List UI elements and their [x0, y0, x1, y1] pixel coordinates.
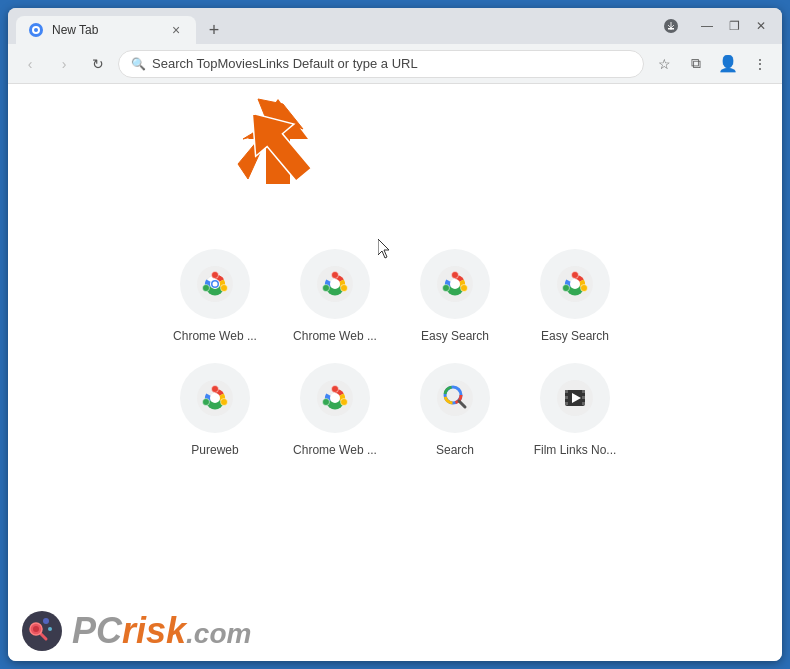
maximize-button[interactable]: ❐ [729, 19, 740, 33]
shortcut-item-search[interactable]: Search [400, 363, 510, 457]
svg-point-64 [43, 618, 49, 624]
tab-title: New Tab [52, 23, 160, 37]
shortcut-icon-wrap-6 [300, 363, 370, 433]
shortcut-label-5: Pureweb [191, 443, 238, 457]
search-icon: 🔍 [131, 57, 146, 71]
svg-point-31 [581, 284, 588, 291]
bookmark-icon: ☆ [658, 56, 671, 72]
svg-point-24 [450, 279, 460, 289]
new-tab-button[interactable]: + [200, 16, 228, 44]
svg-point-61 [33, 626, 39, 632]
shortcut-label-6: Chrome Web ... [293, 443, 377, 457]
shortcut-label-8: Film Links No... [534, 443, 617, 457]
profile-icon: 👤 [718, 54, 738, 73]
svg-point-36 [221, 398, 228, 405]
shortcut-label-2: Chrome Web ... [293, 329, 377, 343]
back-button[interactable]: ‹ [16, 50, 44, 78]
chrome-icon-1 [197, 266, 233, 302]
watermark: PC risk .com [20, 609, 251, 653]
svg-marker-9 [238, 99, 318, 189]
shortcut-icon-wrap-2 [300, 249, 370, 319]
refresh-button[interactable]: ↻ [84, 50, 112, 78]
svg-point-20 [332, 271, 339, 278]
svg-rect-56 [582, 396, 585, 399]
pointer-arrow-svg [238, 99, 318, 189]
shortcut-item-chrome-web-2[interactable]: Chrome Web ... [280, 249, 390, 343]
svg-point-19 [330, 279, 340, 289]
tab-close-button[interactable]: × [168, 22, 184, 38]
active-tab[interactable]: New Tab × [16, 16, 196, 44]
shortcut-item-chrome-web-1[interactable]: Chrome Web ... [160, 249, 270, 343]
svg-point-35 [212, 385, 219, 392]
svg-point-14 [213, 281, 218, 286]
svg-point-29 [570, 279, 580, 289]
address-bar[interactable]: 🔍 Search TopMoviesLinks Default or type … [118, 50, 644, 78]
svg-rect-53 [565, 396, 568, 399]
svg-point-21 [341, 284, 348, 291]
back-icon: ‹ [28, 56, 33, 72]
chrome-icon-2 [317, 266, 353, 302]
svg-point-27 [443, 284, 450, 291]
forward-button[interactable]: › [50, 50, 78, 78]
address-text: Search TopMoviesLinks Default or type a … [152, 56, 631, 71]
shortcut-item-pureweb[interactable]: Pureweb [160, 363, 270, 457]
close-window-button[interactable]: ✕ [756, 19, 766, 33]
shortcut-icon-wrap-5 [180, 363, 250, 433]
shortcut-item-easy-search-2[interactable]: Easy Search [520, 249, 630, 343]
chrome-icon-6 [317, 380, 353, 416]
svg-rect-55 [582, 390, 585, 393]
pointer-arrow [238, 99, 318, 193]
tab-favicon-icon [28, 22, 44, 38]
chrome-icon-5 [197, 380, 233, 416]
minimize-button[interactable]: — [701, 19, 713, 33]
chrome-icon-3 [437, 266, 473, 302]
svg-point-32 [563, 284, 570, 291]
shortcut-item-film-links[interactable]: Film Links No... [520, 363, 630, 457]
forward-icon: › [62, 56, 67, 72]
pcrisk-logo-icon [20, 609, 64, 653]
bookmark-button[interactable]: ☆ [650, 50, 678, 78]
extensions-button[interactable]: ⧉ [682, 50, 710, 78]
shortcut-label-3: Easy Search [421, 329, 489, 343]
watermark-pc: PC [72, 610, 122, 652]
chrome-icon-4 [557, 266, 593, 302]
shortcut-icon-wrap-8 [540, 363, 610, 433]
shortcut-icon-wrap-7 [420, 363, 490, 433]
profile-button[interactable]: 👤 [714, 50, 742, 78]
film-icon [557, 380, 593, 416]
shortcut-item-chrome-web-3[interactable]: Chrome Web ... [280, 363, 390, 457]
shortcut-icon-wrap-1 [180, 249, 250, 319]
svg-point-22 [323, 284, 330, 291]
search-icon-large [437, 380, 473, 416]
refresh-icon: ↻ [92, 56, 104, 72]
menu-dots-icon: ⋮ [753, 56, 767, 72]
svg-point-34 [210, 393, 220, 403]
watermark-risk: risk [122, 610, 186, 652]
svg-rect-54 [565, 402, 568, 405]
menu-button[interactable]: ⋮ [746, 50, 774, 78]
shortcut-icon-wrap-4 [540, 249, 610, 319]
shortcut-label-4: Easy Search [541, 329, 609, 343]
svg-point-2 [34, 28, 38, 32]
svg-rect-5 [668, 28, 674, 30]
browser-window: New Tab × + — ❐ ✕ ‹ › ↻ [8, 8, 782, 661]
svg-point-17 [203, 284, 210, 291]
svg-rect-52 [565, 390, 568, 393]
new-tab-content: Chrome Web ... [8, 84, 782, 661]
svg-point-39 [330, 393, 340, 403]
svg-point-43 [437, 380, 473, 416]
watermark-text: PC risk .com [72, 610, 251, 652]
shortcuts-grid: Chrome Web ... [160, 249, 630, 457]
tab-bar: New Tab × + — ❐ ✕ [8, 8, 782, 44]
svg-point-30 [572, 271, 579, 278]
download-indicator-icon [663, 18, 679, 34]
svg-point-41 [341, 398, 348, 405]
page-content: Chrome Web ... [8, 84, 782, 661]
shortcut-item-easy-search-1[interactable]: Easy Search [400, 249, 510, 343]
download-status-icon[interactable] [657, 12, 685, 40]
toolbar-actions: ☆ ⧉ 👤 ⋮ [650, 50, 774, 78]
watermark-com: .com [186, 618, 251, 650]
svg-point-65 [48, 627, 52, 631]
svg-point-26 [461, 284, 468, 291]
toolbar: ‹ › ↻ 🔍 Search TopMoviesLinks Default or… [8, 44, 782, 84]
